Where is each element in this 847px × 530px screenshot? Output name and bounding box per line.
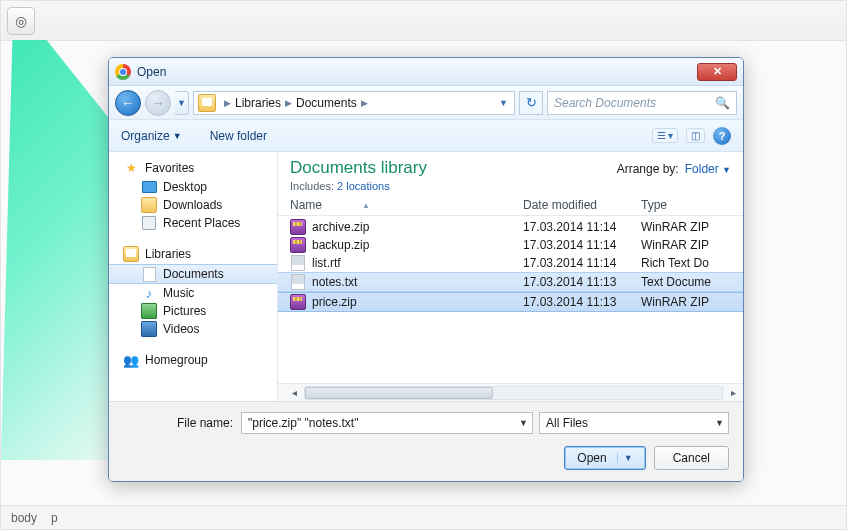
file-date: 17.03.2014 11:14 [523, 238, 641, 252]
library-icon [123, 246, 139, 262]
videos-icon [141, 321, 157, 337]
filter-value: All Files [546, 416, 588, 430]
library-icon [198, 94, 216, 112]
file-type: WinRAR ZIP [641, 238, 731, 252]
document-icon [141, 266, 157, 282]
close-icon: ✕ [713, 65, 722, 78]
text-file-icon [290, 274, 306, 290]
preview-pane-button[interactable]: ◫ [686, 128, 705, 143]
chevron-down-icon: ▼ [715, 418, 724, 428]
refresh-button[interactable]: ↻ [519, 91, 543, 115]
sidebar: ★Favorites Desktop Downloads Recent Plac… [109, 152, 278, 401]
sort-asc-icon: ▲ [362, 201, 370, 210]
file-name: backup.zip [312, 238, 369, 252]
sidebar-libraries[interactable]: Libraries [109, 244, 277, 264]
chevron-right-icon: ▶ [357, 98, 372, 108]
open-splitdropdown[interactable]: ▼ [617, 453, 633, 463]
col-type[interactable]: Type [641, 198, 731, 212]
sidebar-item-pictures[interactable]: Pictures [109, 302, 277, 320]
cancel-button[interactable]: Cancel [654, 446, 729, 470]
homegroup-icon: 👥 [123, 352, 139, 368]
file-type: WinRAR ZIP [641, 220, 731, 234]
filename-input[interactable]: "price.zip" "notes.txt" ▼ [241, 412, 533, 434]
archive-icon [290, 294, 306, 310]
search-placeholder: Search Documents [554, 96, 656, 110]
status-crumb-body[interactable]: body [11, 511, 37, 525]
scroll-right-icon[interactable]: ▸ [725, 385, 741, 401]
breadcrumb[interactable]: ▶ Libraries ▶ Documents ▶ ▼ [193, 91, 515, 115]
archive-icon [290, 237, 306, 253]
file-type: Text Docume [641, 275, 731, 289]
pictures-icon [141, 303, 157, 319]
scroll-left-icon[interactable]: ◂ [286, 385, 302, 401]
sidebar-item-videos[interactable]: Videos [109, 320, 277, 338]
filename-value: "price.zip" "notes.txt" [248, 416, 358, 430]
editor-tool-button[interactable]: ◎ [7, 7, 35, 35]
chevron-down-icon: ▼ [177, 98, 186, 108]
library-header: Documents library Includes: 2 locations … [278, 152, 743, 194]
column-headers: Name▲ Date modified Type [278, 194, 743, 216]
status-bar: body p [1, 505, 846, 529]
chevron-down-icon: ▼ [722, 165, 731, 175]
file-row[interactable]: backup.zip17.03.2014 11:14WinRAR ZIP [278, 236, 743, 254]
file-row[interactable]: notes.txt17.03.2014 11:13Text Docume [278, 272, 743, 292]
col-date[interactable]: Date modified [523, 198, 641, 212]
chevron-down-icon: ▾ [668, 130, 673, 141]
close-button[interactable]: ✕ [697, 63, 737, 81]
new-folder-button[interactable]: New folder [210, 129, 267, 143]
status-crumb-p[interactable]: p [51, 511, 58, 525]
chevron-right-icon: ▶ [281, 98, 296, 108]
help-button[interactable]: ? [713, 127, 731, 145]
help-icon: ? [719, 130, 726, 142]
arrange-by[interactable]: Arrange by: Folder ▼ [617, 158, 731, 176]
archive-icon [290, 219, 306, 235]
sidebar-item-desktop[interactable]: Desktop [109, 178, 277, 196]
view-mode-button[interactable]: ☰ ▾ [652, 128, 678, 143]
sidebar-item-music[interactable]: ♪Music [109, 284, 277, 302]
includes-link[interactable]: 2 locations [337, 180, 390, 192]
dialog-titlebar[interactable]: Open ✕ [109, 58, 743, 86]
breadcrumb-documents[interactable]: Documents [296, 96, 357, 110]
file-type: WinRAR ZIP [641, 295, 731, 309]
file-name: archive.zip [312, 220, 369, 234]
col-name[interactable]: Name▲ [290, 198, 523, 212]
chevron-right-icon: ▶ [220, 98, 235, 108]
nav-row: ← → ▼ ▶ Libraries ▶ Documents ▶ ▼ ↻ Sear… [109, 86, 743, 120]
file-row[interactable]: archive.zip17.03.2014 11:14WinRAR ZIP [278, 218, 743, 236]
open-button[interactable]: Open ▼ [564, 446, 645, 470]
arrow-right-icon: → [151, 95, 165, 111]
sidebar-item-downloads[interactable]: Downloads [109, 196, 277, 214]
target-icon: ◎ [15, 13, 27, 29]
search-input[interactable]: Search Documents 🔍 [547, 91, 737, 115]
filetype-filter[interactable]: All Files ▼ [539, 412, 729, 434]
file-rows: archive.zip17.03.2014 11:14WinRAR ZIPbac… [278, 216, 743, 314]
file-type: Rich Text Do [641, 256, 731, 270]
sidebar-item-recent[interactable]: Recent Places [109, 214, 277, 232]
file-date: 17.03.2014 11:13 [523, 295, 641, 309]
dialog-body: ★Favorites Desktop Downloads Recent Plac… [109, 152, 743, 401]
file-row[interactable]: list.rtf17.03.2014 11:14Rich Text Do [278, 254, 743, 272]
file-name: notes.txt [312, 275, 357, 289]
dialog-title: Open [137, 65, 166, 79]
organize-menu[interactable]: Organize ▼ [121, 129, 182, 143]
dialog-toolbar: Organize ▼ New folder ☰ ▾ ◫ ? [109, 120, 743, 152]
back-button[interactable]: ← [115, 90, 141, 116]
scroll-thumb[interactable] [305, 387, 493, 399]
sidebar-favorites[interactable]: ★Favorites [109, 158, 277, 178]
file-list-pane: Documents library Includes: 2 locations … [278, 152, 743, 401]
forward-button[interactable]: → [145, 90, 171, 116]
sidebar-item-documents[interactable]: Documents [109, 264, 277, 284]
file-name: list.rtf [312, 256, 341, 270]
arrow-left-icon: ← [121, 95, 135, 111]
editor-window: ◎ body p Open ✕ ← → ▼ ▶ Libraries ▶ Docu… [0, 0, 847, 530]
sidebar-homegroup[interactable]: 👥Homegroup [109, 350, 277, 370]
desktop-icon [141, 179, 157, 195]
file-row[interactable]: price.zip17.03.2014 11:13WinRAR ZIP [278, 292, 743, 312]
scroll-track[interactable] [304, 386, 723, 400]
chrome-icon [115, 64, 131, 80]
list-icon: ☰ [657, 130, 666, 141]
horizontal-scrollbar[interactable]: ◂ ▸ [278, 383, 743, 401]
breadcrumb-libraries[interactable]: Libraries [235, 96, 281, 110]
breadcrumb-dropdown[interactable]: ▼ [493, 98, 514, 108]
history-dropdown[interactable]: ▼ [175, 91, 189, 115]
